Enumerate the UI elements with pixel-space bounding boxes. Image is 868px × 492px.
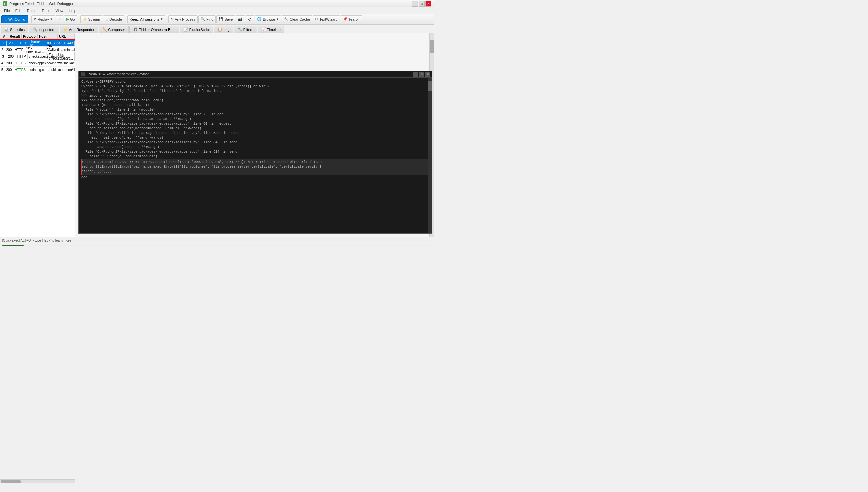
main-toolbar: ⊞ WinConfig ↺ Replay ▼ ✕ ▶ Go ⚡ Stream ⊞… — [0, 14, 434, 25]
keep-sessions-dropdown[interactable]: Keep: All sessions ▼ — [127, 15, 165, 23]
cmd-title-bar: ⬛ C:\WINDOWS\system32\cmd.exe - python ─… — [79, 71, 432, 78]
statistics-tab-icon: 📊 — [4, 27, 9, 32]
session-row-3[interactable]: 3 200 HTTP checkappexec.microsoft.c... T… — [0, 53, 75, 60]
find-button[interactable]: 🔍 Find — [198, 15, 216, 23]
cmd-minimize-button[interactable]: ─ — [413, 72, 418, 77]
stream-icon: ⚡ — [83, 17, 87, 21]
text-wizard-icon: ✂ — [315, 17, 318, 21]
find-icon: 🔍 — [201, 17, 205, 21]
cmd-error-block: requests.exceptions.SSLError: HTTPSConne… — [81, 159, 429, 175]
window-controls[interactable]: ─ □ ✕ — [412, 1, 431, 7]
cmd-close-button[interactable]: ✕ — [425, 72, 430, 77]
tab-filters[interactable]: 🔧 Filters — [234, 26, 257, 33]
tab-autoresponder[interactable]: ⚡ AutoResponder — [60, 26, 98, 33]
clear-cache-button[interactable]: 🔧 Clear Cache — [282, 15, 312, 23]
cmd-line-5: >>> requests.get('https://www.baidu.com'… — [81, 98, 429, 103]
go-button[interactable]: ▶ Go — [64, 15, 77, 23]
cmd-maximize-button[interactable]: □ — [419, 72, 424, 77]
menu-view[interactable]: View — [53, 8, 66, 13]
replay-button[interactable]: ↺ Replay ▼ — [31, 15, 55, 23]
right-panel: ⬛ C:\WINDOWS\system32\cmd.exe - python ─… — [75, 33, 434, 237]
composer-tab-icon: ✏️ — [102, 27, 107, 32]
keep-dropdown-icon: ▼ — [160, 18, 163, 21]
timer-button[interactable]: ⏱ — [246, 15, 254, 23]
row5-num: 5 — [0, 67, 5, 72]
decode-button[interactable]: ⊞ Decode — [103, 15, 124, 23]
menu-rules[interactable]: Rules — [24, 8, 39, 13]
cmd-line-17: raise SSLError(e, request=request) — [81, 154, 429, 159]
maximize-button[interactable]: □ — [419, 1, 425, 7]
go-icon: ▶ — [66, 17, 69, 21]
row3-num: 3 — [0, 54, 6, 59]
row5-result: 200 — [5, 67, 14, 72]
menu-edit[interactable]: Edit — [13, 8, 24, 13]
menu-file[interactable]: File — [1, 8, 13, 13]
title-bar: F Progress Telerik Fiddler Web Debugger … — [0, 0, 434, 7]
save-icon: 💾 — [219, 17, 223, 21]
statistics-tab-label: Statistics — [10, 28, 25, 32]
menu-tools[interactable]: Tools — [39, 8, 53, 13]
replay-label: Replay — [38, 17, 49, 21]
row5-url: /public/common/libs/jquer... — [47, 67, 75, 72]
tab-fiddlerscript[interactable]: 📝 FiddlerScript — [180, 26, 214, 33]
tab-inspectors[interactable]: 🔍 Inspectors — [29, 26, 59, 33]
row4-result: 200 — [5, 61, 14, 66]
cmd-controls[interactable]: ─ □ ✕ — [413, 72, 430, 77]
globe-icon: 🌐 — [257, 17, 262, 21]
text-wizard-label: TextWizard — [319, 17, 337, 21]
cmd-scrollbar[interactable] — [428, 78, 432, 233]
app-title: Progress Telerik Fiddler Web Debugger — [9, 2, 73, 6]
tearoff-button[interactable]: 📌 Tearoff — [341, 15, 362, 23]
stream-button[interactable]: ⚡ Stream — [80, 15, 102, 23]
cmd-line-12: File "C:\Python27\lib\site-packages\requ… — [81, 131, 429, 136]
main-content: # Result Protocol Host URL 1 200 HTTP Tu… — [0, 33, 434, 237]
autoresponder-tab-icon: ⚡ — [63, 27, 68, 32]
filters-tab-icon: 🔧 — [238, 27, 242, 32]
cmd-line-2: Python 2.7.16 (v2.7.16:413a49145e, Mar 4… — [81, 84, 429, 89]
clear-cache-icon: 🔧 — [284, 17, 289, 21]
close-button[interactable]: ✕ — [425, 1, 431, 7]
filters-tab-label: Filters — [243, 28, 253, 32]
timeline-tab-icon: 📈 — [261, 27, 266, 32]
any-process-label: Any Process — [175, 17, 195, 21]
cmd-line-3: Type "help", "copyright", "credits" or "… — [81, 89, 429, 94]
capture-button[interactable]: ● Capturing — [2, 246, 24, 246]
browse-label: Browse — [263, 17, 275, 21]
tab-timeline[interactable]: 📈 Timeline — [258, 26, 284, 33]
tab-statistics[interactable]: 📊 Statistics — [1, 26, 28, 33]
text-wizard-button[interactable]: ✂ TextWizard — [313, 15, 340, 23]
composer-tab-label: Composer — [108, 28, 125, 32]
sep4 — [167, 16, 167, 23]
go-label: Go — [70, 17, 75, 21]
minimize-button[interactable]: ─ — [412, 1, 418, 7]
replay-icon: ↺ — [34, 17, 37, 21]
tab-log[interactable]: 📋 Log — [214, 26, 233, 33]
cmd-line-13: resp = self.send(prep, **send_kwargs) — [81, 136, 429, 141]
remove-button[interactable]: ✕ — [56, 15, 63, 23]
app-icon: F — [3, 1, 7, 6]
row2-result: 200 — [5, 47, 14, 52]
session-row-5[interactable]: 5 200 HTTPS csdnimg.cn /public/common/li… — [0, 67, 75, 73]
cmd-line-7: File "<stdin>", line 1, in <module> — [81, 108, 429, 113]
cmd-error-line-1: requests.exceptions.SSLError: HTTPSConne… — [82, 160, 429, 165]
cmd-prompt: >>> — [81, 175, 429, 180]
fiddlerscript-tab-label: FiddlerScript — [189, 28, 210, 32]
browse-button[interactable]: 🌐 Browse ▼ — [255, 15, 281, 23]
row2-num: 2 — [0, 47, 5, 52]
clear-cache-label: Clear Cache — [290, 17, 310, 21]
any-process-button[interactable]: ⊕ Any Process — [168, 15, 198, 23]
menu-bar: File Edit Rules Tools View Help — [0, 7, 434, 14]
session-row-4[interactable]: 4 200 HTTPS checkappexec... /windows/she… — [0, 60, 75, 67]
save-button[interactable]: 💾 Save — [216, 15, 235, 23]
winconfig-icon: ⊞ — [4, 17, 7, 21]
tab-orchestra[interactable]: 🎵 Fiddler Orchestra Beta — [129, 26, 179, 33]
target-icon: ⊕ — [171, 17, 174, 21]
quickexec-bar: [QuickExec] ALT+Q > type HELP to learn m… — [0, 237, 434, 244]
row4-host: checkappexec... — [27, 61, 47, 66]
row1-result: 200 — [7, 41, 17, 46]
quickexec-label: [QuickExec] ALT+Q > type HELP to learn m… — [2, 239, 71, 243]
screenshot-button[interactable]: 📷 — [236, 15, 245, 23]
menu-help[interactable]: Help — [66, 8, 79, 13]
winconfig-button[interactable]: ⊞ WinConfig — [1, 15, 28, 23]
tab-composer[interactable]: ✏️ Composer — [99, 26, 129, 33]
